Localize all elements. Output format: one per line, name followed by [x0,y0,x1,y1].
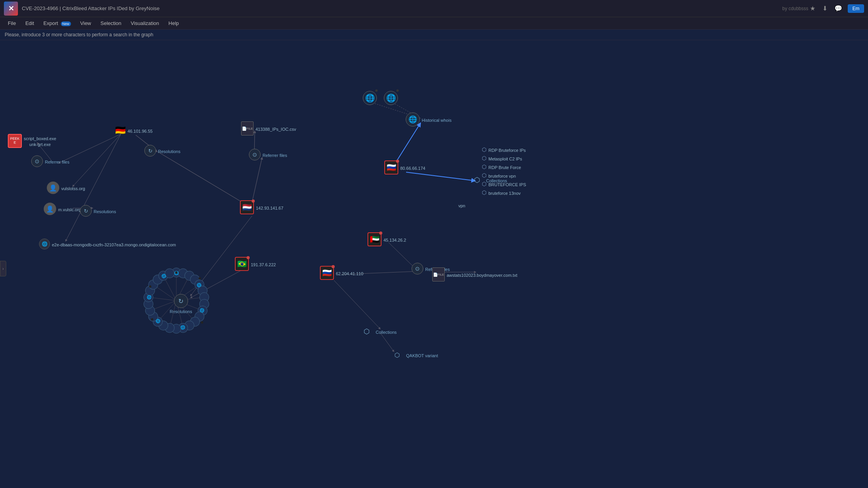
node-referrer-center[interactable]: ⊙ Referrer files [249,149,287,160]
csv-file-label: 413388_IPs_IOC.csv [256,127,296,132]
script-boxed-label: script_boxed.exe [24,136,56,141]
svg-point-42 [199,277,201,280]
resolutions-1-label: Resolutions [158,149,180,154]
rdp-brute-force-label: RDP Brute Force [488,165,521,170]
awstats-icon: 📄FILE [432,267,445,281]
node-ip-netherlands[interactable]: 🇳🇱 142.93.141.67 [240,200,283,214]
bruteforce-ips-label: BRUTEFORCE IPS [488,182,526,187]
node-globe-top-right[interactable]: 🌐 [384,91,398,105]
ip-uae-label: 45.134.26.2 [383,238,406,242]
node-resolutions-1[interactable]: ↻ Resolutions [144,145,180,157]
titlebar: ✕ CVE-2023-4966 | CitrixBleed Attacker I… [0,0,868,17]
vulslotss-avatar: 👤 [47,182,59,194]
russia-1-flag-icon: 🇷🇺 [384,160,398,175]
resolutions-2-label: Resolutions [94,209,116,214]
vulslotss-label: vulslotss.org [61,186,85,191]
rdp-brute-ips-group: ⬡ RDP Bruteforce IPs ⬡ Metasploit C2 IPs… [482,146,526,196]
svg-point-45 [149,285,151,288]
vpn-label-node: vpn [458,202,465,209]
referrer-center-icon: ⊙ [249,149,261,160]
brute-13nov-label: bruteforce 13nov [488,191,521,196]
referrer-left-label: Referrer files [45,160,69,164]
globe-top-left-icon: 🌐 [363,91,377,105]
menu-file[interactable]: File [4,19,20,28]
svg-line-37 [154,301,176,309]
brute-vpn-label: bruteforce vpn [488,174,516,178]
svg-line-1 [158,152,252,208]
node-ip-russia-1[interactable]: 🇷🇺 80.66.66.174 [384,160,425,175]
search-hint: Please, introduce 3 or more characters t… [0,30,868,40]
sidebar-toggle[interactable]: › [0,261,6,276]
ip-netherlands-label: 142.93.141.67 [256,206,283,210]
titlebar-actions: ★ ⬇ 💬 Em [808,3,864,14]
referrer-right-icon: ⊙ [412,263,423,274]
netherlands-flag-icon: 🇳🇱 [240,200,254,214]
menu-visualization[interactable]: Visualization [127,19,163,28]
brazil-flag-icon: 🇧🇷 [235,257,249,271]
download-button[interactable]: ⬇ [821,3,829,14]
export-badge: New [61,21,71,26]
svg-point-43 [201,321,203,324]
node-collections-bottom[interactable]: ⬡ Collections [360,324,397,338]
awstats-label: awstats102023.boydmayover.com.txt [447,273,517,278]
qakbot-label: QAKBOT variant [406,353,438,358]
title-author: by cdubbsss [782,6,808,11]
ip-russia-2-label: 62.204.41.110 [336,271,363,276]
node-exe-scripts[interactable]: PEEKE script_boxed.exe unk-grt.exe [8,134,56,148]
svg-line-2 [252,157,262,202]
globe-top-right-icon: 🌐 [384,91,398,105]
node-vulslotss[interactable]: 👤 vulslotss.org [47,182,85,194]
germany-flag: 🇩🇪 [115,125,126,135]
star-button[interactable]: ★ [808,3,817,14]
russia-2-flag-icon: 🇷🇺 [320,266,334,280]
mongodb-icon: 🌐 [39,239,50,249]
em-button[interactable]: Em [848,4,864,13]
mvulslc-avatar: 👤 [44,203,56,215]
window-title: CVE-2023-4966 | CitrixBleed Attacker IPs… [22,5,779,11]
menu-export[interactable]: Export New [39,19,75,28]
unk-grt-label: unk-grt.exe [24,142,56,147]
node-referrer-left[interactable]: ⊙ Referrer files [31,155,69,167]
graph-canvas[interactable]: PEEKE script_boxed.exe unk-grt.exe 🇩🇪 46… [0,40,868,488]
ip-brazil-label: 191.37.6.222 [251,262,276,267]
node-ip-uae[interactable]: 🇦🇪 45.134.26.2 [367,232,406,246]
vpn-text-label: vpn [458,203,465,208]
svg-point-20 [140,265,145,269]
app-logo: ✕ [4,2,18,16]
metasploit-label: Metasploit C2 IPs [488,157,522,161]
menu-help[interactable]: Help [165,19,183,28]
menubar: File Edit Export New View Selection Visu… [0,17,868,30]
menu-selection[interactable]: Selection [97,19,125,28]
historical-icon: 🌐 [406,112,420,126]
node-ip-germany[interactable]: 🇩🇪 46.101.96.55 [115,125,153,135]
chat-button[interactable]: 💬 [833,3,844,14]
exe-icon-script: PEEKE [8,134,22,148]
collections-bottom-label: Collections [376,330,397,335]
ip-germany-label: 46.101.96.55 [128,129,153,134]
node-resolutions-2[interactable]: ↻ Resolutions [80,205,116,217]
resolutions-1-icon: ↻ [144,145,156,157]
node-qakbot[interactable]: ⬡ QAKBOT variant [390,348,438,362]
node-awstats-file[interactable]: 📄FILE awstats102023.boydmayover.com.txt [432,267,517,281]
node-mongodb[interactable]: 🌐 e2e-dbaas-mongodb-cxzfn-32107ea3.mongo… [39,239,176,249]
collections-bottom-icon: ⬡ [360,324,374,338]
svg-line-6 [73,134,121,187]
svg-point-44 [151,318,153,321]
svg-line-14 [334,280,380,329]
historical-label: Historical whois [422,118,451,123]
mongodb-label: e2e-dbaas-mongodb-cxzfn-32107ea3.mongo.o… [52,242,176,247]
mvulslc-label: m.vulslc.org [58,207,81,212]
node-csv-file[interactable]: 📄FILE 413388_IPs_IOC.csv [241,121,296,135]
menu-view[interactable]: View [76,19,95,28]
node-globe-top-left[interactable]: 🌐 [363,91,377,105]
csv-file-icon: 📄FILE [241,121,254,135]
resolutions-2-icon: ↻ [80,205,92,217]
ip-russia-1-label: 80.66.66.174 [400,166,425,171]
node-ip-russia-2[interactable]: 🇷🇺 62.204.41.110 [320,266,363,280]
menu-edit[interactable]: Edit [21,19,38,28]
referrer-center-label: Referrer files [263,153,287,158]
node-ip-brazil[interactable]: 🇧🇷 191.37.6.222 [235,257,276,271]
node-mvulslc[interactable]: 👤 m.vulslc.org [44,203,81,215]
node-historical-whois[interactable]: 🌐 Historical whois [406,112,451,126]
svg-point-41 [175,271,178,274]
